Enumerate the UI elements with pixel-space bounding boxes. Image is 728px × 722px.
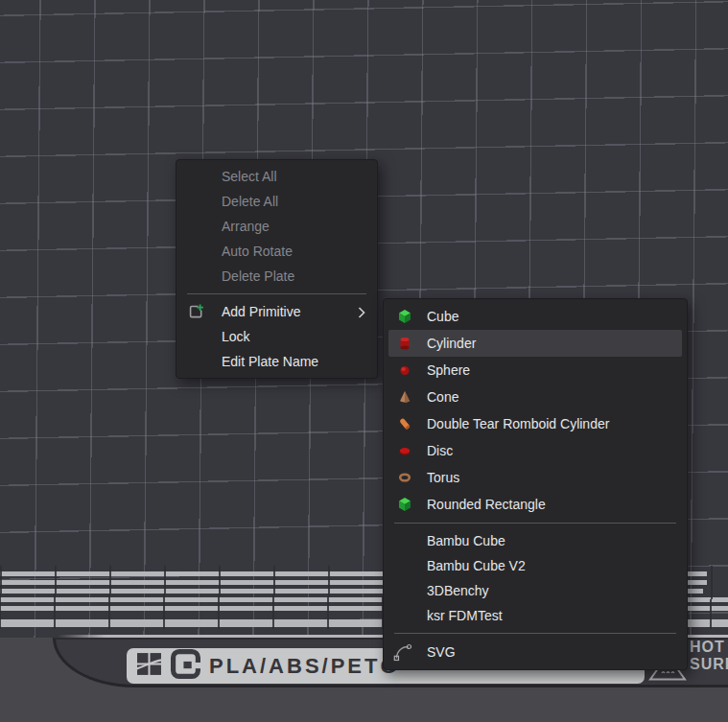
menu-item-delete-plate: Delete Plate	[176, 264, 377, 289]
slicer-3d-viewport[interactable]: PLA/ABS/PETG HOT SURFACE Select All Dele…	[0, 0, 728, 722]
plate-brand-logo-icon	[171, 649, 200, 683]
menu-item-lock[interactable]: Lock	[176, 324, 377, 349]
submenu-item-label: Disc	[427, 443, 453, 458]
warning-line-1: HOT	[690, 639, 728, 656]
bambu-quadrant-logo-icon	[136, 651, 162, 681]
submenu-item-label: Double Tear Romboid Cylinder	[427, 416, 609, 431]
menu-item-arrange: Arrange	[176, 214, 377, 239]
submenu-item-rounded-rectangle[interactable]: Rounded Rectangle	[384, 491, 687, 518]
submenu-item-bambu-cube[interactable]: Bambu Cube	[384, 528, 687, 553]
menu-item-label: Lock	[222, 329, 250, 344]
add-primitive-submenu: Cube Cylinder Sphere Cone Double Tear Ro…	[383, 298, 688, 670]
menu-item-label: Delete Plate	[222, 268, 294, 284]
plate-material-label: PLA/ABS/PETG	[209, 654, 400, 679]
submenu-item-label: ksr FDMTest	[427, 608, 503, 623]
menu-item-edit-plate-name[interactable]: Edit Plate Name	[176, 349, 377, 374]
warning-line-2: SURFACE	[690, 656, 728, 673]
cylinder-icon	[397, 336, 412, 351]
submenu-item-cube[interactable]: Cube	[384, 303, 687, 330]
submenu-item-label: Sphere	[427, 362, 470, 378]
menu-item-label: Edit Plate Name	[222, 354, 318, 369]
submenu-item-3dbenchy[interactable]: 3DBenchy	[384, 578, 687, 603]
submenu-item-label: Cube	[427, 309, 458, 324]
menu-item-add-primitive[interactable]: Add Primitive	[176, 299, 377, 324]
submenu-item-label: Cylinder	[427, 336, 476, 351]
submenu-item-label: Torus	[427, 470, 459, 485]
context-menu: Select All Delete All Arrange Auto Rotat…	[176, 159, 378, 379]
menu-item-auto-rotate: Auto Rotate	[176, 239, 377, 264]
submenu-item-ksr-fdmtest[interactable]: ksr FDMTest	[384, 603, 687, 628]
submenu-item-label: Bambu Cube	[427, 533, 505, 548]
romboid-cylinder-icon	[397, 416, 412, 431]
chevron-right-icon	[358, 306, 365, 321]
bezier-curve-icon	[393, 642, 412, 662]
submenu-item-label: Cone	[427, 389, 458, 405]
menu-separator	[394, 523, 676, 524]
submenu-item-bambu-cube-v2[interactable]: Bambu Cube V2	[384, 553, 687, 578]
torus-icon	[397, 470, 412, 485]
menu-item-select-all: Select All	[176, 164, 377, 189]
submenu-item-torus[interactable]: Torus	[384, 464, 687, 491]
submenu-item-disc[interactable]: Disc	[384, 437, 687, 464]
menu-separator	[187, 293, 366, 294]
submenu-item-cone[interactable]: Cone	[384, 384, 687, 410]
submenu-item-svg[interactable]: SVG	[384, 639, 687, 665]
menu-separator	[394, 633, 676, 634]
submenu-item-label: Rounded Rectangle	[427, 497, 546, 512]
cube-icon	[397, 309, 412, 324]
menu-item-label: Select All	[222, 169, 277, 184]
rounded-rectangle-icon	[397, 497, 412, 512]
cone-icon	[397, 389, 412, 405]
submenu-item-label: Bambu Cube V2	[427, 558, 526, 573]
sphere-icon	[397, 362, 412, 378]
menu-item-label: Arrange	[222, 219, 270, 234]
submenu-item-double-tear-romboid-cylinder[interactable]: Double Tear Romboid Cylinder	[384, 410, 687, 437]
menu-item-label: Auto Rotate	[222, 244, 293, 259]
add-primitive-icon	[187, 303, 204, 320]
hot-surface-warning-text: HOT SURFACE	[690, 639, 728, 673]
disc-icon	[397, 443, 412, 458]
menu-item-delete-all: Delete All	[176, 189, 377, 214]
submenu-item-sphere[interactable]: Sphere	[384, 357, 687, 384]
submenu-item-cylinder[interactable]: Cylinder	[388, 330, 682, 357]
menu-item-label: Add Primitive	[222, 304, 300, 319]
submenu-item-label: SVG	[427, 644, 456, 660]
menu-item-label: Delete All	[222, 194, 278, 209]
submenu-item-label: 3DBenchy	[427, 583, 489, 598]
